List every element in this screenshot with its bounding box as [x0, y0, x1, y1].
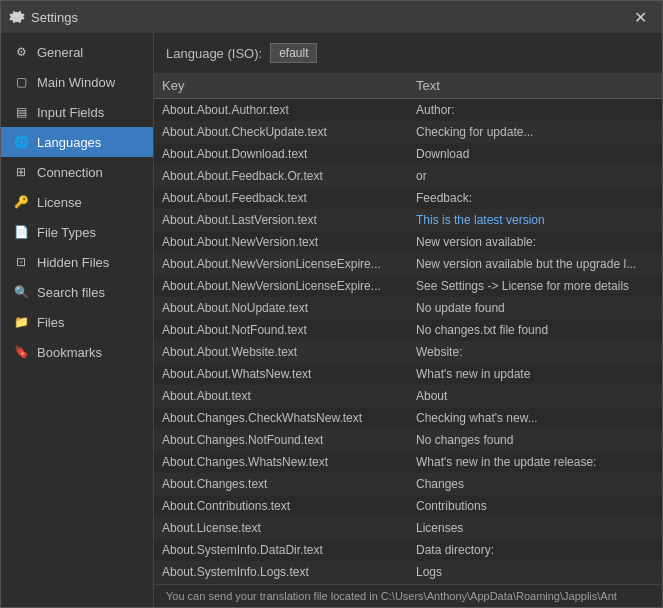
- cell-key: About.Changes.WhatsNew.text: [154, 451, 408, 473]
- sidebar: ⚙General▢Main Window▤Input Fields🌐Langua…: [1, 33, 153, 607]
- cell-key: About.About.CheckUpdate.text: [154, 121, 408, 143]
- table-container[interactable]: Key Text About.About.Author.textAuthor:A…: [154, 73, 662, 584]
- main-content: ⚙General▢Main Window▤Input Fields🌐Langua…: [1, 33, 662, 607]
- table-body: About.About.Author.textAuthor:About.Abou…: [154, 99, 662, 585]
- table-row[interactable]: About.About.NewVersion.textNew version a…: [154, 231, 662, 253]
- cell-key: About.About.Author.text: [154, 99, 408, 122]
- cell-key: About.About.Website.text: [154, 341, 408, 363]
- sidebar-item-search-files[interactable]: 🔍Search files: [1, 277, 153, 307]
- sidebar-item-file-types[interactable]: 📄File Types: [1, 217, 153, 247]
- cell-text: Checking what's new...: [408, 407, 662, 429]
- cell-text: Data directory:: [408, 539, 662, 561]
- col-header-key: Key: [154, 73, 408, 99]
- table-row[interactable]: About.Changes.CheckWhatsNew.textChecking…: [154, 407, 662, 429]
- right-panel: Language (ISO): efault Key Text About.Ab…: [154, 33, 662, 607]
- cell-text: See Settings -> License for more details: [408, 275, 662, 297]
- lang-label: Language (ISO):: [166, 46, 262, 61]
- sidebar-item-main-window[interactable]: ▢Main Window: [1, 67, 153, 97]
- sidebar-item-license[interactable]: 🔑License: [1, 187, 153, 217]
- translations-table: Key Text About.About.Author.textAuthor:A…: [154, 73, 662, 584]
- table-row[interactable]: About.About.NoUpdate.textNo update found: [154, 297, 662, 319]
- cell-text: Licenses: [408, 517, 662, 539]
- sidebar-item-label-hidden-files: Hidden Files: [37, 255, 109, 270]
- cell-text: What's new in the update release:: [408, 451, 662, 473]
- sidebar-item-label-connection: Connection: [37, 165, 103, 180]
- connection-icon: ⊞: [13, 164, 29, 180]
- cell-text: Author:: [408, 99, 662, 122]
- cell-key: About.About.NewVersionLicenseExpire...: [154, 253, 408, 275]
- sidebar-item-label-file-types: File Types: [37, 225, 96, 240]
- cell-text: Software directory:: [408, 583, 662, 584]
- file-types-icon: 📄: [13, 224, 29, 240]
- table-header-row: Key Text: [154, 73, 662, 99]
- table-row[interactable]: About.License.textLicenses: [154, 517, 662, 539]
- table-row[interactable]: About.Changes.NotFound.textNo changes fo…: [154, 429, 662, 451]
- table-row[interactable]: About.About.Feedback.Or.textor: [154, 165, 662, 187]
- table-row[interactable]: About.Changes.WhatsNew.textWhat's new in…: [154, 451, 662, 473]
- table-row[interactable]: About.Changes.textChanges: [154, 473, 662, 495]
- table-row[interactable]: About.Contributions.textContributions: [154, 495, 662, 517]
- main-window-icon: ▢: [13, 74, 29, 90]
- sidebar-item-languages[interactable]: 🌐Languages: [1, 127, 153, 157]
- cell-text: New version available but the upgrade l.…: [408, 253, 662, 275]
- table-row[interactable]: About.About.textAbout: [154, 385, 662, 407]
- cell-text: Contributions: [408, 495, 662, 517]
- sidebar-item-input-fields[interactable]: ▤Input Fields: [1, 97, 153, 127]
- table-row[interactable]: About.SystemInfo.Logs.textLogs: [154, 561, 662, 583]
- license-icon: 🔑: [13, 194, 29, 210]
- search-files-icon: 🔍: [13, 284, 29, 300]
- cell-key: About.About.NewVersionLicenseExpire...: [154, 275, 408, 297]
- table-row[interactable]: About.About.Author.textAuthor:: [154, 99, 662, 122]
- cell-text: About: [408, 385, 662, 407]
- sidebar-item-bookmarks[interactable]: 🔖Bookmarks: [1, 337, 153, 367]
- table-row[interactable]: About.SystemInfo.SoftwareDir.textSoftwar…: [154, 583, 662, 584]
- settings-window: Settings ✕ ⚙General▢Main Window▤Input Fi…: [0, 0, 663, 608]
- sidebar-item-files[interactable]: 📁Files: [1, 307, 153, 337]
- cell-key: About.About.WhatsNew.text: [154, 363, 408, 385]
- cell-text: What's new in update: [408, 363, 662, 385]
- lang-button[interactable]: efault: [270, 43, 317, 63]
- title-bar: Settings ✕: [1, 1, 662, 33]
- cell-key: About.Changes.NotFound.text: [154, 429, 408, 451]
- settings-icon: [9, 9, 25, 25]
- table-row[interactable]: About.About.NewVersionLicenseExpire...Ne…: [154, 253, 662, 275]
- window-title: Settings: [31, 10, 78, 25]
- cell-text: Checking for update...: [408, 121, 662, 143]
- bookmarks-icon: 🔖: [13, 344, 29, 360]
- sidebar-item-connection[interactable]: ⊞Connection: [1, 157, 153, 187]
- cell-key: About.SystemInfo.SoftwareDir.text: [154, 583, 408, 584]
- table-row[interactable]: About.About.Website.textWebsite:: [154, 341, 662, 363]
- cell-key: About.About.Download.text: [154, 143, 408, 165]
- languages-icon: 🌐: [13, 134, 29, 150]
- table-row[interactable]: About.About.LastVersion.textThis is the …: [154, 209, 662, 231]
- close-button[interactable]: ✕: [626, 7, 654, 27]
- sidebar-item-label-input-fields: Input Fields: [37, 105, 104, 120]
- sidebar-item-label-files: Files: [37, 315, 64, 330]
- cell-key: About.About.NewVersion.text: [154, 231, 408, 253]
- table-row[interactable]: About.SystemInfo.DataDir.textData direct…: [154, 539, 662, 561]
- cell-key: About.SystemInfo.Logs.text: [154, 561, 408, 583]
- sidebar-item-label-main-window: Main Window: [37, 75, 115, 90]
- cell-key: About.SystemInfo.DataDir.text: [154, 539, 408, 561]
- input-fields-icon: ▤: [13, 104, 29, 120]
- cell-text: No update found: [408, 297, 662, 319]
- sidebar-item-label-languages: Languages: [37, 135, 101, 150]
- table-row[interactable]: About.About.NotFound.textNo changes.txt …: [154, 319, 662, 341]
- cell-text: Changes: [408, 473, 662, 495]
- sidebar-item-hidden-files[interactable]: ⊡Hidden Files: [1, 247, 153, 277]
- cell-text: This is the latest version: [408, 209, 662, 231]
- table-row[interactable]: About.About.CheckUpdate.textChecking for…: [154, 121, 662, 143]
- cell-text: Download: [408, 143, 662, 165]
- sidebar-item-label-bookmarks: Bookmarks: [37, 345, 102, 360]
- cell-text: Logs: [408, 561, 662, 583]
- cell-key: About.License.text: [154, 517, 408, 539]
- table-row[interactable]: About.About.WhatsNew.textWhat's new in u…: [154, 363, 662, 385]
- sidebar-item-label-search-files: Search files: [37, 285, 105, 300]
- sidebar-item-label-general: General: [37, 45, 83, 60]
- lang-bar: Language (ISO): efault: [154, 33, 662, 73]
- col-header-text: Text: [408, 73, 662, 99]
- table-row[interactable]: About.About.Feedback.textFeedback:: [154, 187, 662, 209]
- table-row[interactable]: About.About.Download.textDownload: [154, 143, 662, 165]
- table-row[interactable]: About.About.NewVersionLicenseExpire...Se…: [154, 275, 662, 297]
- sidebar-item-general[interactable]: ⚙General: [1, 37, 153, 67]
